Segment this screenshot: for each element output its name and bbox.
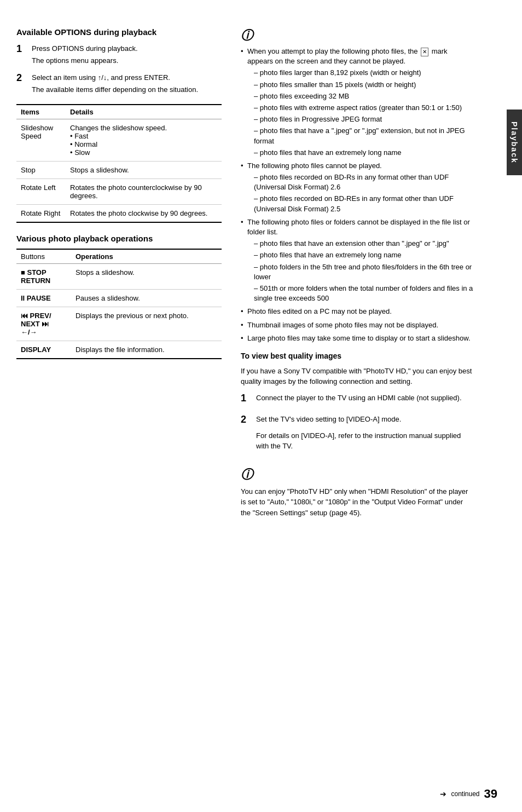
list-item: photo files larger than 8,192 pixels (wi… bbox=[254, 68, 473, 78]
side-tab: Playback bbox=[507, 110, 522, 175]
table-cell-operation: Stops a slideshow. bbox=[71, 264, 222, 290]
section1-title-text: Available OPTIONS during playback bbox=[16, 27, 156, 37]
note-list-item: Large photo files may take some time to … bbox=[241, 333, 473, 343]
note-list-item: When you attempt to play the following p… bbox=[241, 47, 473, 158]
step-2-line-1: Select an item using ↑/↓, and press ENTE… bbox=[32, 72, 198, 83]
table-header-buttons: Buttons bbox=[16, 249, 71, 264]
note-section-2: ⓘ You can enjoy "PhotoTV HD" only when "… bbox=[241, 465, 473, 519]
list-item: photo files recorded on BD-Rs in any for… bbox=[254, 172, 473, 192]
list-item: photo files that have an extension other… bbox=[254, 239, 473, 249]
step-1: 1 Press OPTIONS during playback. The opt… bbox=[16, 43, 222, 67]
table-row: ■ STOPRETURN Stops a slideshow. bbox=[16, 264, 222, 290]
step-1-line-1: Press OPTIONS during playback. bbox=[32, 43, 138, 54]
table-row: Stop Stops a slideshow. bbox=[16, 162, 222, 179]
note-section-1: ⓘ When you attempt to play the following… bbox=[241, 27, 473, 343]
table-header-details: Details bbox=[66, 105, 222, 119]
list-item: photo files that have an extremely long … bbox=[254, 250, 473, 260]
mark-icon: ✕ bbox=[421, 48, 428, 56]
step-1-num: 1 bbox=[16, 43, 32, 67]
section1-title: Available OPTIONS during playback bbox=[16, 27, 222, 37]
right-column: ⓘ When you attempt to play the following… bbox=[230, 16, 498, 796]
quality-section: To view best quality images If you have … bbox=[241, 352, 473, 519]
table-cell-operation: Displays the file information. bbox=[71, 341, 222, 359]
continued-arrow: ➔ bbox=[440, 790, 446, 798]
list-item: photo files in Progressive JPEG format bbox=[254, 114, 473, 124]
table-cell-operation: Displays the previous or next photo. bbox=[71, 307, 222, 341]
table-cell-button: ⏮ PREV/NEXT ⏭←/→ bbox=[16, 307, 71, 341]
table-cell-detail: Rotates the photo counterclockwise by 90… bbox=[66, 179, 222, 205]
list-item: photo files smaller than 15 pixels (widt… bbox=[254, 80, 473, 90]
section2-title: Various photo playback operations bbox=[16, 234, 222, 243]
table-row: Rotate Left Rotates the photo counterclo… bbox=[16, 179, 222, 205]
quality-intro: If you have a Sony TV compatible with "P… bbox=[241, 366, 473, 387]
note-icon-2: ⓘ bbox=[241, 465, 473, 483]
continued-text: continued bbox=[451, 790, 479, 798]
quality-step-1: 1 Connect the player to the TV using an … bbox=[241, 393, 473, 409]
quality-step-2: 2 Set the TV's video setting to [VIDEO-A… bbox=[241, 414, 473, 457]
note-2-text: You can enjoy "PhotoTV HD" only when "HD… bbox=[241, 486, 473, 519]
quality-step-1-text: Connect the player to the TV using an HD… bbox=[256, 393, 462, 404]
note-sublist: photo files that have an extension other… bbox=[247, 239, 473, 303]
table-cell-button: ■ STOPRETURN bbox=[16, 264, 71, 290]
table-row: ⏮ PREV/NEXT ⏭←/→ Displays the previous o… bbox=[16, 307, 222, 341]
table-cell-item: Rotate Right bbox=[16, 205, 66, 223]
left-column: Available OPTIONS during playback 1 Pres… bbox=[0, 16, 230, 796]
table-cell-item: SlideshowSpeed bbox=[16, 119, 66, 162]
step-2-line-2: The available items differ depending on … bbox=[32, 84, 198, 95]
quality-step-1-num: 1 bbox=[241, 393, 256, 409]
table-row: Rotate Right Rotates the photo clockwise… bbox=[16, 205, 222, 223]
playback-steps: 1 Press OPTIONS during playback. The opt… bbox=[16, 43, 222, 96]
table-row: II PAUSE Pauses a slideshow. bbox=[16, 290, 222, 307]
table-cell-item: Rotate Left bbox=[16, 179, 66, 205]
note-sublist: photo files recorded on BD-Rs in any for… bbox=[247, 172, 473, 214]
note-list-item: The following photo files or folders can… bbox=[241, 217, 473, 304]
note-list-item: Thumbnail images of some photo files may… bbox=[241, 320, 473, 330]
table-cell-button: DISPLAY bbox=[16, 341, 71, 359]
note-list-item: The following photo files cannot be play… bbox=[241, 161, 473, 214]
quality-step-2-line-1: Set the TV's video setting to [VIDEO-A] … bbox=[256, 414, 473, 425]
quality-title: To view best quality images bbox=[241, 352, 473, 360]
note-list-item: Photo files edited on a PC may not be pl… bbox=[241, 307, 473, 316]
playback-table: Buttons Operations ■ STOPRETURN Stops a … bbox=[16, 249, 222, 359]
list-item: photo files that have an extremely long … bbox=[254, 148, 473, 158]
step-2-num: 2 bbox=[16, 72, 32, 96]
note-list-1: When you attempt to play the following p… bbox=[241, 47, 473, 343]
quality-step-2-content: Set the TV's video setting to [VIDEO-A] … bbox=[256, 414, 473, 457]
step-1-content: Press OPTIONS during playback. The optio… bbox=[32, 43, 138, 67]
footer: ➔ continued 39 bbox=[440, 787, 497, 801]
step-2: 2 Select an item using ↑/↓, and press EN… bbox=[16, 72, 222, 96]
quality-step-2-num: 2 bbox=[241, 414, 256, 457]
list-item: photo folders in the 5th tree and photo … bbox=[254, 262, 473, 282]
quality-steps: 1 Connect the player to the TV using an … bbox=[241, 393, 473, 457]
page-number: 39 bbox=[484, 787, 497, 801]
table-row: SlideshowSpeed Changes the slideshow spe… bbox=[16, 119, 222, 162]
table-cell-button: II PAUSE bbox=[16, 290, 71, 307]
step-2-content: Select an item using ↑/↓, and press ENTE… bbox=[32, 72, 198, 96]
options-table: Items Details SlideshowSpeed Changes the… bbox=[16, 104, 222, 223]
list-item: photo files recorded on BD-REs in any fo… bbox=[254, 194, 473, 214]
table-header-items: Items bbox=[16, 105, 66, 119]
table-cell-detail: Changes the slideshow speed. • Fast • No… bbox=[66, 119, 222, 162]
list-item: photo files with extreme aspect ratios (… bbox=[254, 103, 473, 113]
list-item: photo files exceeding 32 MB bbox=[254, 91, 473, 101]
side-tab-label: Playback bbox=[510, 122, 519, 164]
table-cell-detail: Rotates the photo clockwise by 90 degree… bbox=[66, 205, 222, 223]
table-cell-item: Stop bbox=[16, 162, 66, 179]
list-item: 501th or more folders when the total num… bbox=[254, 284, 473, 303]
table-header-operations: Operations bbox=[71, 249, 222, 264]
step-1-line-2: The options menu appears. bbox=[32, 55, 138, 66]
quality-step-1-content: Connect the player to the TV using an HD… bbox=[256, 393, 462, 409]
table-cell-operation: Pauses a slideshow. bbox=[71, 290, 222, 307]
table-row: DISPLAY Displays the file information. bbox=[16, 341, 222, 359]
note-icon-1: ⓘ bbox=[241, 27, 473, 44]
list-item: photo files that have a ".jpeg" or ".jpg… bbox=[254, 126, 473, 146]
quality-step-2-line-2: For details on [VIDEO-A], refer to the i… bbox=[256, 430, 473, 452]
table-cell-detail: Stops a slideshow. bbox=[66, 162, 222, 179]
note-sublist: photo files larger than 8,192 pixels (wi… bbox=[247, 68, 473, 158]
